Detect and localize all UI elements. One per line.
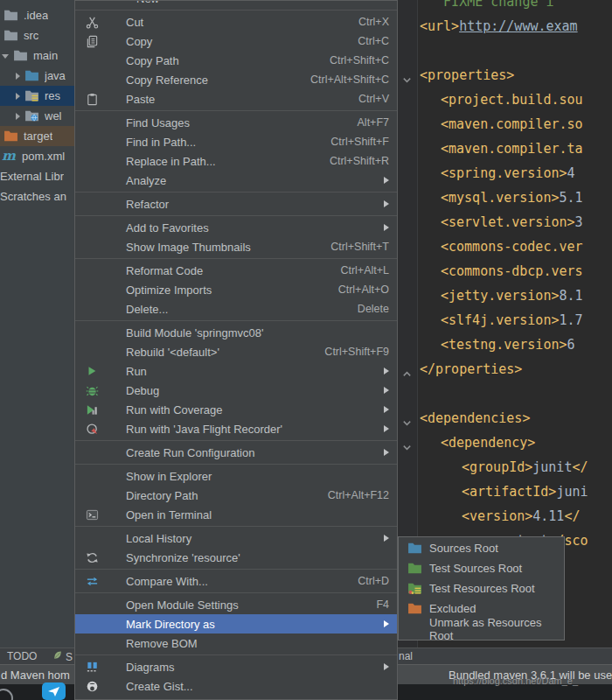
code-line[interactable]: <artifactId>juni: [398, 480, 612, 504]
tree-row-java[interactable]: java: [0, 66, 74, 86]
tree-row-scratches-an[interactable]: Scratches an: [0, 186, 74, 206]
code-line[interactable]: FIXME change i: [398, 0, 612, 14]
submenu-item-test-resources-root[interactable]: Test Resources Root: [399, 578, 564, 598]
menu-separator: [75, 464, 397, 465]
code-line[interactable]: <commons-codec.ver: [398, 234, 612, 259]
code-segment-tag: </properties>: [420, 361, 522, 377]
code-line[interactable]: <groupId>junit</: [398, 455, 612, 480]
code-line[interactable]: <url>http://www.exam: [398, 14, 612, 38]
tree-row-main[interactable]: main: [0, 46, 74, 66]
menu-item-copy-path[interactable]: Copy PathCtrl+Shift+C: [75, 51, 397, 70]
code-line[interactable]: <dependencies>: [398, 406, 612, 430]
code-line[interactable]: <spring.version>4: [398, 161, 612, 186]
menu-item-directory-path[interactable]: Directory PathCtrl+Alt+F12: [75, 486, 397, 505]
fold-close-icon[interactable]: [401, 363, 414, 375]
terminal-tool-button-fragment[interactable]: nal: [399, 650, 413, 662]
menu-item-open-module-settings[interactable]: Open Module SettingsF4: [75, 595, 397, 614]
submenu-item-test-sources-root[interactable]: Test Sources Root: [399, 558, 564, 578]
code-line[interactable]: <slf4j.version>1.7: [398, 308, 612, 332]
tree-row-label: pom.xml: [22, 150, 65, 163]
menu-item-new-partial[interactable]: New: [75, 1, 397, 8]
chevron-down-icon[interactable]: [2, 54, 9, 59]
code-line[interactable]: [398, 382, 612, 406]
menu-item-create-run-configuration[interactable]: Create Run Configuration: [75, 443, 397, 462]
cut-icon: [84, 15, 100, 29]
menu-item-open-in-terminal[interactable]: Open in Terminal: [75, 505, 397, 524]
menu-item-synchronize-resource[interactable]: Synchronize 'resource': [75, 548, 397, 567]
menu-icon-placeholder: [84, 173, 100, 187]
code-segment-txt: 1.7: [559, 312, 582, 328]
menu-item-create-gist[interactable]: Create Gist...: [75, 676, 397, 696]
fold-open-icon[interactable]: [401, 412, 414, 424]
folder-icon: [3, 29, 19, 42]
tree-row-idea[interactable]: .idea: [0, 5, 74, 25]
code-line[interactable]: <maven.compiler.so: [398, 112, 612, 136]
tree-row-label: res: [45, 89, 60, 102]
menu-item-replace-in-path[interactable]: Replace in Path...Ctrl+Shift+R: [75, 151, 397, 171]
menu-item-remove-bom[interactable]: Remove BOM: [75, 634, 397, 653]
menu-item-find-in-path[interactable]: Find in Path...Ctrl+Shift+F: [75, 132, 397, 151]
menu-item-run[interactable]: Run: [75, 361, 397, 381]
code-line[interactable]: <properties>: [398, 63, 612, 88]
menu-item-optimize-imports[interactable]: Optimize ImportsCtrl+Alt+O: [75, 280, 397, 299]
tree-row-wel[interactable]: wel: [0, 106, 74, 126]
menu-item-find-usages[interactable]: Find UsagesAlt+F7: [75, 113, 397, 132]
tree-row-external-libr[interactable]: External Libr: [0, 166, 74, 186]
menu-item-add-to-favorites[interactable]: Add to Favorites: [75, 218, 397, 237]
diagram-icon: [84, 660, 100, 674]
code-segment-tag: <testng.version>: [441, 337, 567, 353]
code-line[interactable]: </properties>: [398, 357, 612, 382]
submenu-item-unmark-as-resources-root[interactable]: Unmark as Resources Root: [399, 619, 564, 639]
tree-row-label: Scratches an: [0, 190, 66, 203]
code-line[interactable]: <servlet.version>3: [398, 210, 612, 234]
fold-open-icon[interactable]: [401, 437, 414, 449]
code-area[interactable]: FIXME change i<url>http://www.exam<prope…: [398, 0, 612, 553]
menu-item-refactor[interactable]: Refactor: [75, 194, 397, 214]
menu-item-mark-directory-as[interactable]: Mark Directory as: [75, 614, 397, 634]
tree-row-target[interactable]: target: [0, 126, 74, 146]
menu-item-analyze[interactable]: Analyze: [75, 171, 397, 190]
todo-tool-button[interactable]: TODO: [7, 650, 37, 662]
code-segment-txt: 4: [567, 165, 575, 181]
menu-icon-placeholder: [84, 445, 100, 459]
menu-item-local-history[interactable]: Local History: [75, 528, 397, 548]
code-line[interactable]: <mysql.version>5.1: [398, 186, 612, 210]
menu-item-shortcut: Ctrl+X: [358, 16, 389, 28]
menu-item-show-image-thumbnails[interactable]: Show Image ThumbnailsCtrl+Shift+T: [75, 237, 397, 256]
code-line[interactable]: <dependency>: [398, 430, 612, 455]
menu-item-copy[interactable]: CopyCtrl+C: [75, 32, 397, 51]
tree-row-pom-xml[interactable]: mpom.xml: [0, 146, 74, 166]
menu-item-delete[interactable]: Delete...Delete: [75, 299, 397, 318]
code-line[interactable]: <maven.compiler.ta: [398, 136, 612, 161]
code-line[interactable]: <version>4.11</: [398, 504, 612, 528]
tree-row-res[interactable]: res: [0, 86, 74, 106]
menu-item-run-with-java-flight-recorder[interactable]: Run with 'Java Flight Recorder': [75, 419, 397, 438]
menu-item-copy-reference[interactable]: Copy ReferenceCtrl+Alt+Shift+C: [75, 70, 397, 89]
menu-item-compare-with[interactable]: Compare With...Ctrl+D: [75, 571, 397, 591]
code-line[interactable]: <commons-dbcp.vers: [398, 259, 612, 284]
menu-item-run-with-coverage[interactable]: Run with Coverage: [75, 400, 397, 419]
code-line[interactable]: <testng.version>6: [398, 332, 612, 357]
menu-item-reformat-code[interactable]: Reformat CodeCtrl+Alt+L: [75, 261, 397, 280]
menu-item-label: Directory Path: [126, 489, 198, 502]
chevron-right-icon[interactable]: [16, 113, 20, 120]
menu-item-diagrams[interactable]: Diagrams: [75, 657, 397, 676]
code-line[interactable]: <jetty.version>8.1: [398, 284, 612, 308]
menu-item-rebuild-default[interactable]: Rebuild '<default>'Ctrl+Shift+F9: [75, 342, 397, 361]
code-segment-tag: <dependency>: [441, 435, 535, 451]
context-menu: NewCutCtrl+XCopyCtrl+CCopy PathCtrl+Shif…: [74, 0, 398, 700]
chevron-right-icon[interactable]: [16, 73, 20, 80]
chevron-right-icon[interactable]: [16, 93, 20, 100]
code-line[interactable]: <project.build.sou: [398, 88, 612, 112]
tree-row-src[interactable]: src: [0, 25, 74, 46]
menu-item-label: Build Module 'springmvc08': [126, 326, 263, 340]
menu-item-cut[interactable]: CutCtrl+X: [75, 12, 397, 32]
menu-item-build-module-springmvc08[interactable]: Build Module 'springmvc08': [75, 323, 397, 342]
submenu-item-sources-root[interactable]: Sources Root: [399, 538, 564, 558]
menu-item-paste[interactable]: PasteCtrl+V: [75, 89, 397, 108]
code-line[interactable]: [398, 38, 612, 63]
spring-tool-button-fragment[interactable]: S: [66, 651, 73, 663]
menu-item-debug[interactable]: Debug: [75, 381, 397, 400]
menu-item-show-in-explorer[interactable]: Show in Explorer: [75, 466, 397, 486]
fold-open-icon[interactable]: [401, 69, 414, 81]
